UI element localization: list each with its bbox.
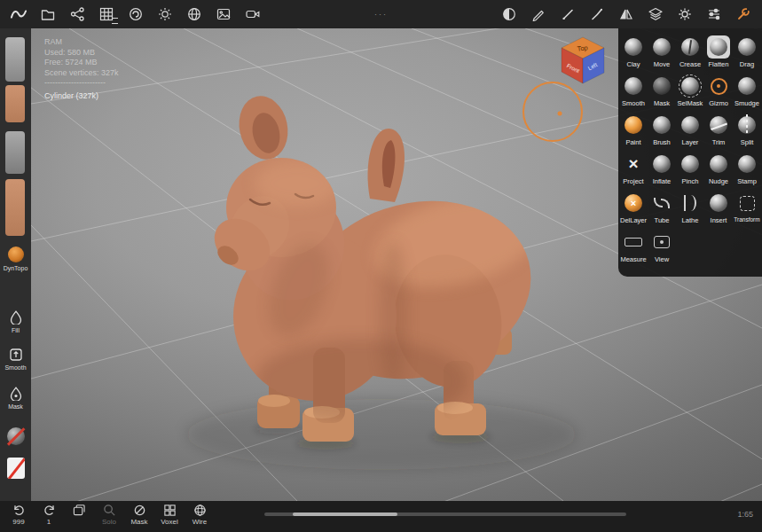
undo-button[interactable]: 999 [5,504,32,526]
tool-layer[interactable]: Layer [676,112,704,151]
symmetry-glyph [619,7,633,21]
smudge-tool-icon [738,77,756,95]
smooth-tool-icon [625,77,642,95]
measure-tool-icon [625,238,642,246]
inflate-tool-icon [653,155,671,173]
split-tool-icon [738,116,756,134]
tool-trim[interactable]: Trim [704,112,733,151]
tool-clay[interactable]: Clay [619,34,648,73]
solo-button[interactable]: Solo [96,504,122,526]
falloff-disabled-button[interactable] [0,427,31,445]
color-swatch[interactable] [5,179,25,236]
sliders-glyph [707,7,721,21]
pencil-glyph [531,7,546,21]
toolbar-left-group [11,6,261,22]
swirl-glyph [129,7,143,21]
camera-icon[interactable] [245,6,261,22]
scrollbar-thumb[interactable] [293,512,397,516]
camera-glyph [246,7,260,21]
tool-brush[interactable]: Brush [648,112,676,151]
bottom-toolbar: 999 1 Solo Mask Voxel [0,501,762,532]
tool-gizmo[interactable]: Gizmo [704,73,733,112]
share-nodes-icon[interactable] [69,6,85,22]
mask-toggle-button[interactable]: Mask [126,504,153,526]
mask-label: Mask [8,403,23,410]
alpha-swatch[interactable] [5,131,25,174]
wireframe-icon [193,504,207,517]
environment-sphere-icon[interactable] [186,6,202,22]
viewport-3d[interactable]: Top Front Left RAM Used: 580 MB Free: 57… [31,28,762,501]
mask-button[interactable]: Mask [0,387,31,410]
dyntopo-button[interactable]: DynTopo [0,246,31,271]
view-cube[interactable]: Top Front Left [562,37,604,83]
tube-tool-icon [654,197,670,209]
swirl-icon[interactable] [128,6,144,22]
tool-tube[interactable]: Tube [648,190,676,229]
tool-inflate[interactable]: Inflate [648,151,676,190]
tool-flatten[interactable]: Flatten [704,34,733,73]
sculpt-model-dog[interactable] [186,91,577,470]
folder-icon[interactable] [40,6,56,22]
tool-grid: Clay Move Crease Flatten Drag Smooth Mas… [618,28,762,277]
tool-paint[interactable]: Paint [619,112,648,151]
debug-wrench-icon[interactable] [735,6,751,22]
active-tab-mark [112,18,118,24]
mask-droplet-icon [9,387,23,401]
redo-button[interactable]: 1 [35,504,62,526]
tool-pinch[interactable]: Pinch [676,151,704,190]
stylus-icon[interactable] [589,6,605,22]
tool-nudge[interactable]: Nudge [704,151,733,190]
matcap-sphere-icon[interactable] [501,6,517,22]
tool-split[interactable]: Split [733,112,761,151]
tool-mask[interactable]: Mask [648,73,676,112]
voxel-button[interactable]: Voxel [156,504,183,526]
tool-smudge[interactable]: Smudge [733,73,761,112]
topology-grid-icon[interactable] [98,6,114,22]
matcap-sphere-glyph [502,7,516,21]
layers-icon[interactable] [648,6,664,22]
fill-label: Fill [12,327,20,333]
tool-insert[interactable]: Insert [704,190,733,229]
window-dots[interactable]: ··· [374,10,388,19]
wire-label: Wire [192,518,207,526]
tool-drag[interactable]: Drag [733,34,761,73]
tool-move[interactable]: Move [648,34,676,73]
history-layers-button[interactable] [66,504,92,526]
falloff-swatch[interactable] [5,37,25,82]
image-icon[interactable] [216,6,232,22]
tool-selmask[interactable]: SelMask [676,73,704,112]
horizontal-scrollbar[interactable] [264,512,626,516]
insert-tool-icon [710,194,727,212]
tool-smooth[interactable]: Smooth [619,73,648,112]
bottom-left-group: 999 1 Solo Mask Voxel [5,504,213,526]
crease-tool-icon [681,38,699,56]
redo-count: 1 [47,518,51,526]
pen-glyph [561,7,575,21]
tool-view[interactable]: View [648,229,676,268]
tool-crease[interactable]: Crease [676,34,704,73]
toolbar-right-group [501,6,751,22]
wire-button[interactable]: Wire [186,504,213,526]
material-swatch[interactable] [5,85,25,122]
transform-tool-icon [740,196,755,211]
settings-gear-icon[interactable] [677,6,693,22]
gizmo-tool-icon [711,78,727,95]
tool-stamp[interactable]: Stamp [733,151,761,190]
cube-top-label: Top [577,43,588,52]
brush-tool-icon [653,116,671,134]
symmetry-icon[interactable] [618,6,634,22]
tool-transform[interactable]: Transform [733,190,761,229]
pencil-icon[interactable] [530,6,546,22]
tool-lathe[interactable]: Lathe [676,190,704,229]
no-color-button[interactable] [0,458,31,479]
tool-measure[interactable]: Measure [619,229,648,268]
sun-icon[interactable] [157,6,173,22]
tool-project[interactable]: Project [619,151,648,190]
smooth-button[interactable]: Smooth [0,348,31,371]
logo-icon[interactable] [11,6,27,22]
fill-button[interactable]: Fill [0,310,31,333]
pen-icon[interactable] [560,6,576,22]
tool-dellayer[interactable]: DelLayer [619,190,648,229]
solo-magnifier-icon [103,504,116,517]
sliders-icon[interactable] [706,6,722,22]
